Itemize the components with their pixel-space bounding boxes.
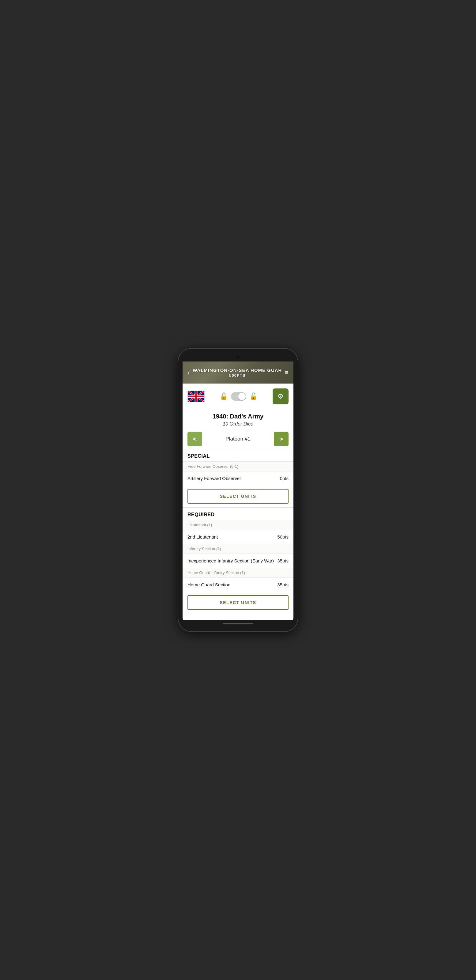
required-category-2: Home Guard Infantry Section (1): [183, 568, 293, 578]
header-pts: 500PTS: [192, 373, 282, 378]
required-unit-0[interactable]: 2nd Lieutenant 50pts: [183, 530, 293, 544]
phone-frame: ‹ WALMINGTON-ON-SEA HOME GUAR 500PTS ≡: [178, 348, 298, 632]
special-unit-0[interactable]: Artillery Forward Observer 0pts: [183, 471, 293, 485]
required-unit-2[interactable]: Home Guard Section 35pts: [183, 578, 293, 592]
toggle-switch[interactable]: [231, 392, 246, 401]
header-title-group: WALMINGTON-ON-SEA HOME GUAR 500PTS: [192, 368, 282, 378]
home-indicator: [223, 623, 253, 624]
special-section-header: SPECIAL: [183, 449, 293, 461]
platoon-nav: < Platoon #1 >: [183, 429, 293, 449]
next-platoon-button[interactable]: >: [274, 432, 288, 446]
army-info: 1940: Dad's Army 10 Order Dice: [183, 409, 293, 429]
camera-dot: [236, 356, 240, 359]
back-button[interactable]: ‹: [188, 367, 192, 378]
prev-platoon-button[interactable]: <: [188, 432, 202, 446]
order-dice: 10 Order Dice: [188, 421, 288, 427]
special-category-0: Free Forward Observer (0-1): [183, 461, 293, 471]
required-category-0: Lieutenant (1): [183, 520, 293, 530]
header-content: ‹ WALMINGTON-ON-SEA HOME GUAR 500PTS ≡: [188, 367, 288, 378]
special-select-units-button[interactable]: SELECT UNITS: [188, 489, 288, 504]
required-select-units-button[interactable]: SELECT UNITS: [188, 595, 288, 610]
required-unit-pts-0: 50pts: [277, 534, 288, 539]
gear-button[interactable]: ⚙: [272, 388, 288, 404]
status-bar: [183, 353, 293, 361]
special-category-label-0: Free Forward Observer (0-1): [188, 464, 238, 469]
required-category-label-2: Home Guard Infantry Section (1): [188, 570, 245, 575]
bottom-spacer: [183, 614, 293, 620]
special-unit-name-0: Artillery Forward Observer: [188, 476, 241, 481]
app-content: ‹ WALMINGTON-ON-SEA HOME GUAR 500PTS ≡: [183, 361, 293, 620]
lock-toggle-group: 🔓 🔓: [220, 392, 258, 401]
uk-flag[interactable]: [188, 391, 205, 402]
lock-left-icon: 🔓: [220, 393, 228, 400]
platoon-label: Platoon #1: [225, 436, 250, 442]
required-category-label-0: Lieutenant (1): [188, 523, 212, 527]
header-title: WALMINGTON-ON-SEA HOME GUAR: [192, 368, 282, 373]
special-section: SPECIAL Free Forward Observer (0-1) Arti…: [183, 449, 293, 504]
required-unit-name-0: 2nd Lieutenant: [188, 534, 218, 539]
required-category-label-1: Infantry Section (1): [188, 547, 221, 551]
required-unit-pts-2: 35pts: [277, 582, 288, 587]
required-category-1: Infantry Section (1): [183, 544, 293, 554]
controls-row: 🔓 🔓 ⚙: [183, 383, 293, 409]
required-unit-1[interactable]: Inexperienced Infantry Section (Early Wa…: [183, 554, 293, 568]
menu-button[interactable]: ≡: [282, 368, 288, 377]
required-unit-pts-1: 35pts: [277, 558, 288, 563]
toggle-knob: [238, 393, 246, 400]
home-bar: [183, 620, 293, 627]
app-header: ‹ WALMINGTON-ON-SEA HOME GUAR 500PTS ≡: [183, 361, 293, 383]
required-unit-name-2: Home Guard Section: [188, 582, 230, 587]
special-unit-pts-0: 0pts: [280, 476, 288, 481]
required-unit-name-1: Inexperienced Infantry Section (Early Wa…: [188, 558, 274, 563]
army-name: 1940: Dad's Army: [188, 413, 288, 420]
required-section-header: REQUIRED: [183, 508, 293, 520]
gear-icon: ⚙: [277, 393, 283, 400]
required-section: REQUIRED Lieutenant (1) 2nd Lieutenant 5…: [183, 507, 293, 610]
lock-right-icon: 🔓: [249, 393, 258, 400]
phone-screen: ‹ WALMINGTON-ON-SEA HOME GUAR 500PTS ≡: [183, 353, 293, 627]
